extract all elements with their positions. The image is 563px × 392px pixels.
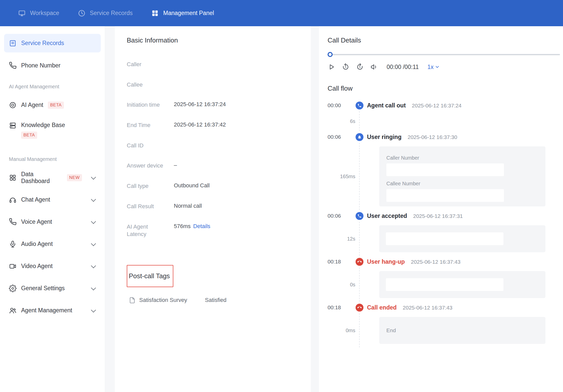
dashboard-icon xyxy=(9,174,17,181)
event-time: 00:18 xyxy=(328,304,352,311)
chevron-down-icon[interactable] xyxy=(91,307,96,312)
post-call-tags-title: Post-call Tags xyxy=(129,272,170,280)
timeline-connector xyxy=(359,222,360,256)
nav-item-label: Service Records xyxy=(90,10,133,17)
sidebar-item-chat-agent[interactable]: Chat Agent xyxy=(0,189,105,211)
volume-icon[interactable] xyxy=(370,63,378,71)
basic-information-panel: Basic Information Caller Callee Initiati… xyxy=(115,26,311,392)
sidebar-item-label: Knowledge Base xyxy=(21,122,65,129)
accepted-detail-input[interactable] xyxy=(386,232,503,245)
speed-value: 1x xyxy=(427,64,433,71)
sidebar: Service Records Phone Number AI Agent Ma… xyxy=(0,26,105,392)
gear-icon xyxy=(9,285,17,292)
call-details-panel: Call Details 5 5 00:00 /00:11 1x Call fl… xyxy=(319,26,563,392)
slider-knob[interactable] xyxy=(328,52,333,57)
event-time: 00:00 xyxy=(328,102,352,108)
nav-item-service-records[interactable]: Service Records xyxy=(78,9,133,17)
chevron-down-icon[interactable] xyxy=(91,219,96,224)
forward-5-icon[interactable]: 5 xyxy=(356,63,364,71)
rewind-5-icon[interactable]: 5 xyxy=(342,63,349,71)
event-title: User hang-up xyxy=(367,258,405,265)
event-head: Agent call out2025-06-12 16:37:24 xyxy=(367,102,560,109)
call-flow-title: Call flow xyxy=(328,85,560,92)
bell-icon xyxy=(356,133,363,141)
hangup-detail-input[interactable] xyxy=(386,278,503,291)
sidebar-item-audio-agent[interactable]: Audio Agent xyxy=(0,233,105,255)
chevron-down-icon[interactable] xyxy=(91,174,96,179)
sidebar-item-ai-agent[interactable]: AI Agent BETA xyxy=(0,94,105,116)
slider-track[interactable] xyxy=(328,54,560,55)
field-label: Call type xyxy=(127,182,165,190)
callee-number-label: Callee Number xyxy=(386,181,539,187)
sidebar-item-video-agent[interactable]: Video Agent xyxy=(0,255,105,277)
gap-duration: 6s xyxy=(350,118,355,124)
sidebar-item-knowledge-base[interactable]: Knowledge Base BETA xyxy=(0,116,105,149)
timeline-connector xyxy=(359,268,360,302)
gap-duration: 0ms xyxy=(346,328,355,333)
playback-time: 00:00 /00:11 xyxy=(387,64,419,71)
field-value: 2025-06-12 16:37:42 xyxy=(174,121,299,128)
event-head: User hang-up2025-06-12 16:37:43 xyxy=(367,258,560,265)
latency-value: 576ms xyxy=(174,223,191,229)
event-title: User accepted xyxy=(367,213,407,219)
field-label: Call Result xyxy=(127,203,165,210)
gap-duration: 12s xyxy=(347,236,355,242)
event-title: Agent call out xyxy=(367,102,406,109)
chevron-down-icon[interactable] xyxy=(91,197,96,202)
satisfaction-survey-label: Satisfaction Survey xyxy=(139,297,187,303)
event-time: 00:06 xyxy=(328,213,352,219)
gap-duration: 0s xyxy=(350,282,355,288)
target-icon xyxy=(9,101,17,109)
play-icon[interactable] xyxy=(328,63,335,71)
sidebar-item-label: Audio Agent xyxy=(21,241,53,247)
sidebar-item-agent-management[interactable]: Agent Management xyxy=(0,299,105,321)
event-timestamp: 2025-06-12 16:37:24 xyxy=(412,103,461,108)
monitor-icon xyxy=(18,9,26,17)
clock-icon xyxy=(78,9,86,17)
call-flow-event: 00:18 Call ended2025-06-12 16:37:43 xyxy=(328,302,560,313)
sidebar-section-manual-management: Manual Management xyxy=(0,152,105,166)
event-head: Call ended2025-06-12 16:37:43 xyxy=(367,304,560,311)
field-value: 576msDetails xyxy=(174,223,299,230)
audio-player-controls: 5 5 00:00 /00:11 1x xyxy=(328,63,560,71)
playback-speed-dropdown[interactable]: 1x xyxy=(427,64,440,71)
nav-item-workspace[interactable]: Workspace xyxy=(18,9,59,17)
call-flow-event: 00:00 Agent call out2025-06-12 16:37:24 xyxy=(328,100,560,111)
event-title: User ringing xyxy=(367,134,401,140)
callee-number-input[interactable] xyxy=(386,189,504,202)
field-label: Caller xyxy=(127,61,165,68)
satisfaction-survey-row: Satisfaction Survey Satisfied xyxy=(127,297,299,304)
records-icon xyxy=(9,39,17,47)
sidebar-item-phone-number[interactable]: Phone Number xyxy=(0,54,105,77)
field-label: AI Agent Latency xyxy=(127,223,165,238)
sidebar-item-data-dashboard[interactable]: Data Dashboard NEW xyxy=(0,166,105,189)
video-camera-icon xyxy=(9,262,17,270)
field-label: End Time xyxy=(127,121,165,129)
audio-progress-slider[interactable] xyxy=(328,52,560,57)
call-flow-timeline: 00:00 Agent call out2025-06-12 16:37:24 … xyxy=(328,100,560,347)
call-flow-gap: 6s xyxy=(328,111,560,131)
caller-number-input[interactable] xyxy=(386,163,504,176)
sidebar-item-label: Data Dashboard xyxy=(21,171,62,185)
sidebar-item-general-settings[interactable]: General Settings xyxy=(0,277,105,299)
sidebar-item-service-records[interactable]: Service Records xyxy=(4,34,101,52)
total-time: /00:11 xyxy=(401,64,419,70)
chevron-down-icon[interactable] xyxy=(91,285,96,290)
new-badge: NEW xyxy=(67,174,82,181)
details-link[interactable]: Details xyxy=(193,223,210,229)
call-flow-gap: 12s xyxy=(328,222,560,256)
event-timestamp: 2025-06-12 16:37:43 xyxy=(403,305,452,311)
ringing-details-box: Caller Number Callee Number xyxy=(379,146,545,206)
sidebar-section-ai-agent-management: AI Agent Management xyxy=(0,79,105,94)
sidebar-item-voice-agent[interactable]: Voice Agent xyxy=(0,211,105,233)
document-icon xyxy=(129,297,136,304)
call-flow-event: 00:06 User accepted2025-06-12 16:37:31 xyxy=(328,210,560,222)
sidebar-item-label: General Settings xyxy=(21,285,65,292)
chevron-down-icon[interactable] xyxy=(91,241,96,246)
svg-text:5: 5 xyxy=(345,65,346,68)
main-area: Service Records Phone Number AI Agent Ma… xyxy=(0,26,563,392)
chevron-down-icon[interactable] xyxy=(91,263,96,268)
nav-item-management-panel[interactable]: Management Panel xyxy=(151,9,214,17)
call-flow-event: 00:18 User hang-up2025-06-12 16:37:43 xyxy=(328,256,560,268)
app-root: Workspace Service Records Management Pan… xyxy=(0,0,563,392)
